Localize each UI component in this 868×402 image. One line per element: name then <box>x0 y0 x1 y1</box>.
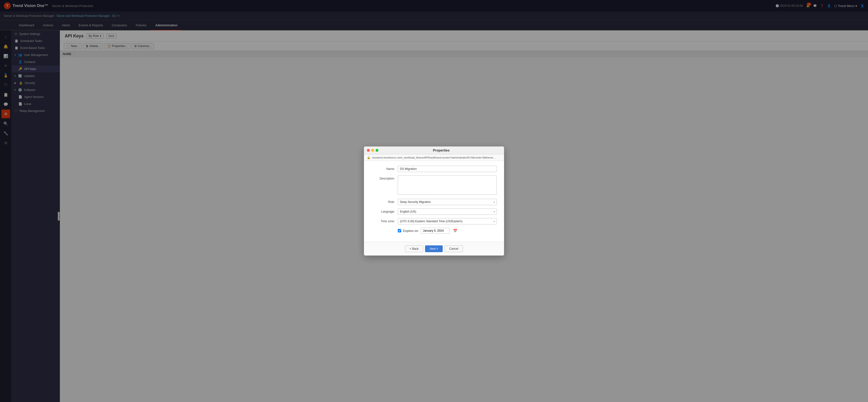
calendar-icon[interactable]: 📅 <box>453 229 457 233</box>
next-button[interactable]: Next > <box>425 245 443 252</box>
modal-footer: < Back Next > Cancel <box>364 242 504 256</box>
expires-date-input[interactable] <box>421 228 450 234</box>
description-field-wrap <box>398 175 497 196</box>
traffic-light-green[interactable] <box>376 149 378 152</box>
url-icon: 🔒 <box>367 156 370 159</box>
modal-title: Properties <box>381 148 501 152</box>
modal-overlay: Properties 🔒 cloudone.trendmicro.com/_wo… <box>0 0 868 402</box>
name-field-wrap <box>398 166 497 172</box>
expires-field-wrap: Expires on: 📅 <box>398 228 497 234</box>
traffic-light-red[interactable] <box>367 149 370 152</box>
expires-checkbox[interactable] <box>398 229 401 232</box>
properties-modal: Properties 🔒 cloudone.trendmicro.com/_wo… <box>364 146 504 256</box>
cancel-button[interactable]: Cancel <box>445 245 463 252</box>
traffic-light-yellow[interactable] <box>371 149 374 152</box>
modal-titlebar: Properties <box>364 146 504 155</box>
role-select[interactable]: Deep Security Migration <box>398 199 497 205</box>
name-input[interactable] <box>398 166 497 172</box>
form-row-description: Description: <box>371 175 497 196</box>
role-label: Role: <box>371 199 398 204</box>
language-field-wrap: English (US) ▾ <box>398 208 497 215</box>
form-row-expires: Expires on: 📅 <box>371 228 497 234</box>
timezone-select[interactable]: (UTC-5.00) Eastern Standard Time (US/Eas… <box>398 218 497 225</box>
form-row-name: Name: <box>371 166 497 172</box>
description-label: Description: <box>371 175 398 180</box>
expires-label <box>371 228 398 229</box>
language-select[interactable]: English (US) <box>398 208 497 215</box>
description-input[interactable] <box>398 175 497 195</box>
modal-url-bar: 🔒 cloudone.trendmicro.com/_workload_ifra… <box>364 155 504 161</box>
form-row-language: Language: English (US) ▾ <box>371 208 497 215</box>
name-label: Name: <box>371 166 398 171</box>
form-row-role: Role: Deep Security Migration ▾ <box>371 199 497 205</box>
expires-on-label: Expires on: <box>403 229 419 233</box>
timezone-label: Time zone: <box>371 218 398 223</box>
timezone-field-wrap: (UTC-5.00) Eastern Standard Time (US/Eas… <box>398 218 497 225</box>
back-button[interactable]: < Back <box>405 245 423 252</box>
modal-body: Name: Description: Role: Deep Security M… <box>364 161 504 242</box>
language-label: Language: <box>371 208 398 213</box>
role-field-wrap: Deep Security Migration ▾ <box>398 199 497 205</box>
form-row-timezone: Time zone: (UTC-5.00) Eastern Standard T… <box>371 218 497 225</box>
modal-url-text: cloudone.trendmicro.com/_workload_iframe… <box>372 156 501 159</box>
